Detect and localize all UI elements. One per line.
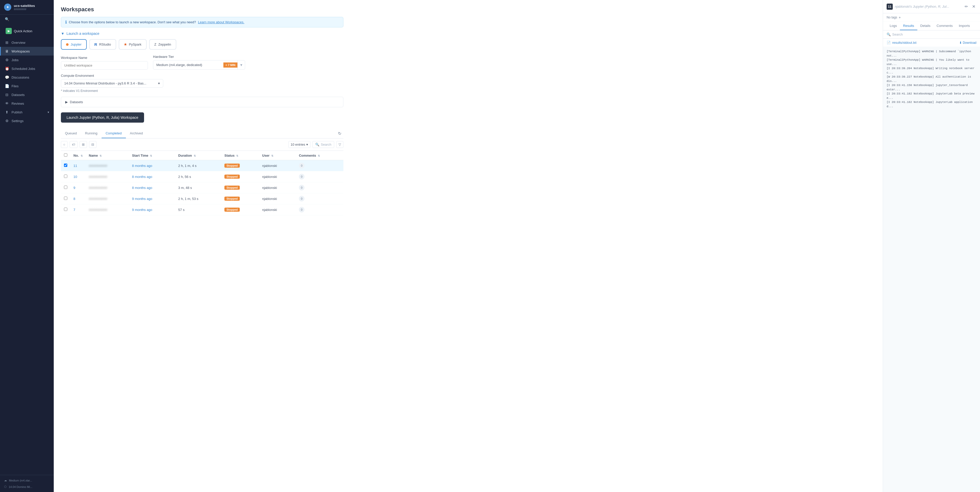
sort-icon-user[interactable]: ⇅ [271, 154, 273, 157]
rstudio-label: RStudio [99, 43, 111, 46]
sort-icon-no[interactable]: ⇅ [81, 154, 83, 157]
row-num: 8 [70, 193, 86, 204]
sidebar-env-hardware: ☁ Medium (m4.xlar... [0, 477, 54, 484]
quick-action-label: Quick Action [14, 29, 32, 33]
header-checkbox[interactable] [64, 153, 67, 157]
tab-running[interactable]: Running [81, 129, 101, 138]
sidebar-item-workspaces[interactable]: 🖥 Workspaces [0, 47, 54, 56]
sidebar-item-label: Settings [11, 119, 24, 123]
sidebar-item-publish[interactable]: ⬆ Publish ▼ [0, 108, 54, 116]
row-checkbox[interactable] [64, 164, 67, 167]
sort-icon-comments[interactable]: ⇅ [318, 154, 320, 157]
tag-button[interactable]: 🏷 [70, 141, 78, 148]
hardware-icon: ☁ [4, 479, 7, 482]
right-panel: 11 njablonski's Jupyter (Python, R, Jul.… [883, 0, 980, 492]
row-checkbox[interactable] [64, 175, 67, 178]
rp-search-placeholder: Search [892, 32, 903, 37]
sidebar-item-files[interactable]: 📄 Files [0, 82, 54, 90]
col-duration: Duration ⇅ [175, 151, 221, 160]
rp-search-box[interactable]: 🔍 Search [883, 30, 980, 39]
log-line: [W 20:33:39.227 NotebookApp] All authent… [887, 75, 977, 83]
filter-button[interactable]: ▽ [336, 141, 344, 148]
sort-icon-name[interactable]: ⇅ [100, 154, 102, 157]
workspace-type-jupyter[interactable]: Jupyter [61, 39, 87, 50]
workspaces-icon: 🖥 [5, 49, 9, 53]
status-badge: Stopped [224, 208, 240, 212]
sort-icon-status[interactable]: ⇅ [236, 154, 238, 157]
sidebar-item-discussions[interactable]: 💬 Discussions [0, 73, 54, 82]
copy-button[interactable]: ⊞ [80, 141, 87, 148]
workspace-form-row: Workspace Name Hardware Tier Medium (m4.… [61, 55, 344, 70]
workspace-name-label: Workspace Name [61, 56, 148, 60]
sidebar-item-overview[interactable]: ⊞ Overview [0, 38, 54, 47]
info-banner: ℹ Choose from the options below to launc… [61, 17, 344, 27]
rp-download-button[interactable]: ⬇ Download [959, 41, 977, 45]
col-user: User ⇅ [259, 151, 296, 160]
rp-tab-comments[interactable]: Comments [934, 22, 956, 30]
row-checkbox[interactable] [64, 197, 67, 200]
sort-icon-start[interactable]: ⇅ [150, 154, 152, 157]
rp-header: 11 njablonski's Jupyter (Python, R, Jul.… [883, 0, 980, 13]
hardware-caret-icon[interactable]: ▾ [237, 61, 245, 69]
row-checkbox[interactable] [64, 208, 67, 211]
sort-icon-duration[interactable]: ⇅ [194, 154, 196, 157]
sidebar-item-reviews[interactable]: 👁 Reviews [0, 99, 54, 108]
tab-queued[interactable]: Queued [61, 129, 81, 138]
compute-env-select[interactable]: 14.04 Domino Minimal Distribution - py3.… [61, 79, 163, 88]
tab-completed[interactable]: Completed [102, 129, 126, 138]
row-status: Stopped [221, 160, 259, 171]
row-checkbox[interactable] [64, 186, 67, 189]
rp-close-button[interactable]: ✕ [971, 3, 977, 10]
sidebar-search-btn[interactable]: 🔍 [0, 14, 54, 24]
comment-badge: 0 [299, 207, 304, 212]
sidebar-item-scheduled-jobs[interactable]: ⏰ Scheduled Jobs [0, 64, 54, 73]
workspace-type-rstudio[interactable]: R RStudio [89, 39, 116, 50]
entries-select[interactable]: 10 entries ▾ [288, 141, 310, 148]
info-link[interactable]: Learn more about Workspaces. [198, 20, 244, 24]
row-num: 9 [70, 182, 86, 193]
col-no: No. ⇅ [70, 151, 86, 160]
rp-file-label[interactable]: results/stdout.txt [892, 41, 916, 45]
sidebar-item-datasets[interactable]: ⊟ Datasets [0, 90, 54, 99]
workspace-name-group: Workspace Name [61, 56, 148, 70]
columns-button[interactable]: ⊟ [89, 141, 97, 148]
rp-num-badge: 11 [887, 3, 893, 10]
rp-tab-details[interactable]: Details [917, 22, 934, 30]
sidebar-item-label: Files [11, 84, 18, 88]
row-duration: 57 s [175, 204, 221, 215]
info-text: Choose from the options below to launch … [69, 20, 196, 24]
add-tag-button[interactable]: + [899, 15, 900, 19]
sidebar-item-jobs[interactable]: ⚙ Jobs [0, 56, 54, 64]
row-status: Stopped [221, 204, 259, 215]
datasets-section[interactable]: ▶ Datasets [61, 97, 344, 107]
launch-section-toggle[interactable]: ▼ Launch a workspace [61, 32, 344, 36]
workspace-type-zeppelin[interactable]: Z Zeppelin [149, 39, 176, 50]
row-num: 11 [70, 160, 86, 171]
comment-badge: 0 [299, 174, 304, 180]
tab-archived[interactable]: Archived [126, 129, 147, 138]
row-comments: 0 [296, 160, 344, 171]
rp-tab-imports[interactable]: Imports [956, 22, 973, 30]
rp-edit-button[interactable]: ✏ [964, 3, 969, 10]
row-comments: 0 [296, 171, 344, 182]
workspace-table: No. ⇅ Name ⇅ Start Time ⇅ Duration ⇅ Sta… [61, 151, 344, 215]
hardware-tier-select[interactable]: Medium (m4.xlarge, dedicated) < 7 MIN ▾ [153, 60, 245, 70]
sidebar-item-settings[interactable]: ⚙ Settings [0, 116, 54, 125]
quick-action-button[interactable]: ▶ Quick Action [3, 26, 51, 36]
refresh-button[interactable]: ↻ [336, 129, 344, 138]
select-all-button[interactable]: ○ [61, 141, 68, 148]
rp-log-content: [TerminalIPythonApp] WARNING | Subcomman… [883, 47, 980, 492]
table-header-row: No. ⇅ Name ⇅ Start Time ⇅ Duration ⇅ Sta… [61, 151, 344, 160]
workspace-name-input[interactable] [61, 61, 148, 70]
row-num: 10 [70, 171, 86, 182]
datasets-label: Datasets [70, 100, 83, 104]
table-row: 8 ########## 9 months ago 2 h, 1 m, 53 s… [61, 193, 344, 204]
rp-tab-results[interactable]: Results [900, 22, 917, 30]
rp-title: njablonski's Jupyter (Python, R, Jul... [895, 5, 962, 8]
workspace-type-pyspark[interactable]: ★ PySpark [119, 39, 146, 50]
status-badge: Stopped [224, 164, 240, 168]
table-search-box[interactable]: 🔍 Search [312, 141, 334, 148]
row-start-time: 9 months ago [129, 204, 175, 215]
rp-tab-logs[interactable]: Logs [887, 22, 900, 30]
launch-workspace-button[interactable]: Launch Jupyter (Python, R, Julia) Worksp… [61, 112, 144, 123]
